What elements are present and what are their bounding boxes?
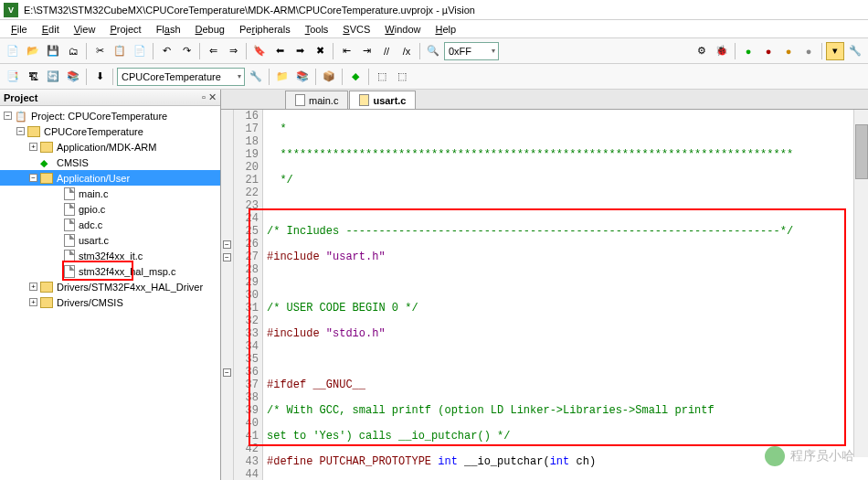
bookmark-prev-icon[interactable]: ⬅	[270, 42, 289, 60]
tree-group-drivers-cmsis[interactable]: +Drivers/CMSIS	[0, 294, 220, 310]
bookmark-next-icon[interactable]: ➡	[291, 42, 309, 60]
menu-file[interactable]: File	[5, 22, 33, 37]
misc1-icon[interactable]: ⬚	[373, 68, 391, 86]
folder-icon	[40, 142, 53, 153]
indent-out-icon[interactable]: ⇤	[337, 42, 355, 60]
editor-tabbar: main.c usart.c	[221, 90, 868, 110]
folder-icon	[40, 282, 53, 293]
panel-menu-icon[interactable]: ▫ ✕	[202, 91, 217, 103]
project-panel-header: Project ▫ ✕	[0, 90, 220, 106]
tree-file-it[interactable]: stm32f4xx_it.c	[0, 248, 220, 263]
paste-icon[interactable]: 📄	[131, 42, 149, 60]
vertical-scrollbar[interactable]	[853, 110, 868, 457]
bookmark-icon[interactable]: 🔖	[250, 42, 269, 60]
file-icon	[64, 250, 75, 262]
line-number-gutter: 1617181920212223242526272829303132333435…	[234, 110, 263, 480]
nav-back-icon[interactable]: ⇐	[204, 42, 222, 60]
tree-file-usart[interactable]: usart.c	[0, 232, 220, 248]
tab-usart-c[interactable]: usart.c	[349, 91, 416, 109]
misc2-icon[interactable]: ⬚	[393, 68, 411, 86]
copy-icon[interactable]: 📋	[111, 42, 129, 60]
menu-tools[interactable]: Tools	[300, 22, 334, 37]
menu-debug[interactable]: Debug	[190, 22, 230, 37]
toolbar-build: 📑 🏗 🔄 📚 ⬇ CPUCoreTemperature 🔧 📁 📚 📦 ◆ ⬚…	[0, 64, 868, 90]
books-icon[interactable]: 📚	[293, 68, 312, 86]
folder-icon	[40, 297, 53, 308]
tree-file-adc[interactable]: adc.c	[0, 217, 220, 232]
nav-fwd-icon[interactable]: ⇒	[224, 42, 242, 60]
translate-icon[interactable]: 📑	[4, 68, 22, 86]
tree-target[interactable]: −CPUCoreTemperature	[0, 123, 220, 139]
folder-icon	[27, 126, 40, 137]
target-selector[interactable]: CPUCoreTemperature	[117, 68, 245, 86]
uncomment-icon[interactable]: /x	[397, 42, 416, 60]
menu-help[interactable]: Help	[429, 22, 461, 37]
project-tree[interactable]: −📋Project: CPUCoreTemperature −CPUCoreTe…	[0, 106, 220, 480]
code-editor[interactable]: − − − 1617181920212223242526272829303132…	[221, 110, 868, 480]
tree-root[interactable]: −📋Project: CPUCoreTemperature	[0, 108, 220, 123]
batch-build-icon[interactable]: 📚	[64, 68, 82, 86]
project-panel: Project ▫ ✕ −📋Project: CPUCoreTemperatur…	[0, 90, 221, 480]
fold-box-icon[interactable]: −	[223, 253, 231, 261]
tree-group-cmsis[interactable]: ◆CMSIS	[0, 155, 220, 170]
pack-icon[interactable]: 📦	[320, 68, 338, 86]
redo-icon[interactable]: ↷	[177, 42, 196, 60]
bookmark-clear-icon[interactable]: ✖	[311, 42, 329, 60]
dot-red-icon[interactable]: ●	[759, 42, 778, 60]
fold-box-icon[interactable]: −	[223, 368, 231, 377]
find-field[interactable]: 0xFF	[444, 42, 499, 60]
file-icon	[64, 265, 75, 278]
menu-bar: File Edit View Project Flash Debug Perip…	[0, 20, 868, 38]
menu-project[interactable]: Project	[104, 22, 146, 37]
watermark: 程序员小哈	[765, 446, 854, 466]
save-icon[interactable]: 💾	[44, 42, 62, 60]
build-icon[interactable]: 🏗	[24, 68, 42, 86]
open-file-icon[interactable]: 📂	[24, 42, 42, 60]
dot-orange-icon[interactable]: ●	[779, 42, 798, 60]
window-list-icon[interactable]: ▾	[826, 42, 844, 60]
download-icon[interactable]: ⬇	[90, 68, 109, 86]
undo-icon[interactable]: ↶	[157, 42, 175, 60]
code-text[interactable]: * **************************************…	[263, 110, 868, 480]
fold-gutter[interactable]: − − −	[221, 110, 234, 480]
config-icon[interactable]: ⚙	[693, 42, 711, 60]
rte-icon[interactable]: ◆	[346, 68, 365, 86]
comment-icon[interactable]: //	[377, 42, 396, 60]
save-all-icon[interactable]: 🗂	[64, 42, 82, 60]
menu-flash[interactable]: Flash	[151, 22, 186, 37]
file-icon	[359, 94, 369, 106]
tree-group-user[interactable]: −Application/User	[0, 170, 220, 186]
tree-group-hal[interactable]: +Drivers/STM32F4xx_HAL_Driver	[0, 279, 220, 294]
window-title: E:\STM32\STM32CubeMX\CPUCoreTemperature\…	[24, 5, 475, 16]
rebuild-icon[interactable]: 🔄	[44, 68, 62, 86]
app-logo-icon: V	[4, 3, 18, 17]
debug-icon[interactable]: 🐞	[713, 42, 731, 60]
folder-icon	[40, 173, 53, 184]
wrench-icon[interactable]: 🔧	[846, 42, 864, 60]
dot-gray-icon[interactable]: ●	[799, 42, 818, 60]
menu-view[interactable]: View	[69, 22, 101, 37]
toolbar-main: 📄 📂 💾 🗂 ✂ 📋 📄 ↶ ↷ ⇐ ⇒ 🔖 ⬅ ➡ ✖ ⇤ ⇥ // /x …	[0, 38, 868, 64]
tree-file-msp[interactable]: stm32f4xx_hal_msp.c	[0, 263, 220, 279]
menu-edit[interactable]: Edit	[37, 22, 65, 37]
new-file-icon[interactable]: 📄	[4, 42, 22, 60]
menu-peripherals[interactable]: Peripherals	[234, 22, 296, 37]
menu-svcs[interactable]: SVCS	[337, 22, 376, 37]
dot-green-icon[interactable]: ●	[739, 42, 757, 60]
file-icon	[64, 203, 75, 216]
fold-box-icon[interactable]: −	[223, 240, 231, 249]
cut-icon[interactable]: ✂	[90, 42, 109, 60]
tree-file-main[interactable]: main.c	[0, 186, 220, 201]
file-icon	[64, 187, 75, 200]
tab-main-c[interactable]: main.c	[285, 91, 348, 109]
file-icon	[64, 234, 75, 247]
find-icon[interactable]: 🔍	[424, 42, 442, 60]
watermark-icon	[765, 446, 785, 466]
options-icon[interactable]: 🔧	[247, 68, 265, 86]
menu-window[interactable]: Window	[379, 22, 426, 37]
tree-group-mdkarm[interactable]: +Application/MDK-ARM	[0, 139, 220, 155]
file-icon	[295, 94, 305, 106]
manage-icon[interactable]: 📁	[273, 68, 291, 86]
indent-in-icon[interactable]: ⇥	[357, 42, 376, 60]
tree-file-gpio[interactable]: gpio.c	[0, 201, 220, 217]
